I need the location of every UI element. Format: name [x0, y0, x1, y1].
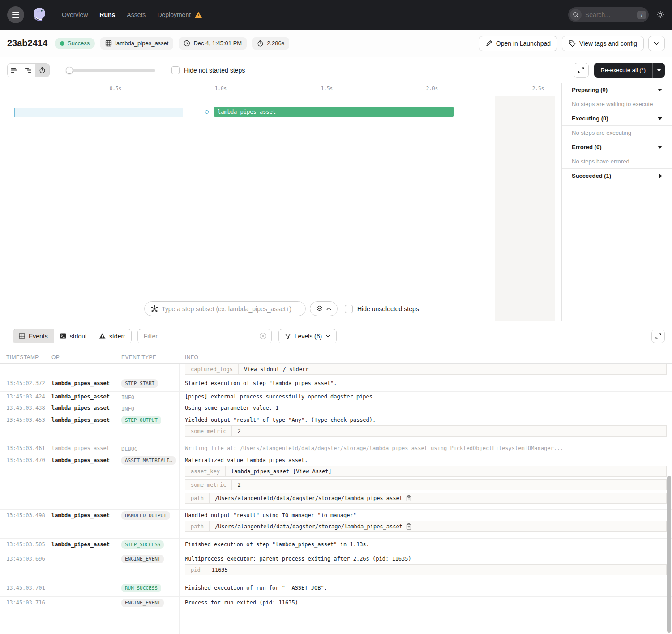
tick-label: 1.5s — [321, 86, 333, 91]
log-row[interactable]: 13:45:03.453 lambda_pipes_asset STEP_OUT… — [0, 414, 672, 443]
log-row[interactable]: 13:45:03.696 - ENGINE_EVENT Multiprocess… — [0, 553, 672, 582]
path-link[interactable]: /Users/alangenfeld/data/dagster/storage/… — [215, 523, 402, 530]
nav-runs[interactable]: Runs — [99, 11, 115, 18]
slider-thumb[interactable] — [66, 67, 73, 74]
gantt-body: 0.5s 1.0s 1.5s 2.0s 2.5s lambda_pipes_as… — [0, 83, 672, 321]
hide-not-started-label: Hide not started steps — [184, 67, 245, 74]
tab-stderr[interactable]: stderr — [93, 329, 131, 343]
timed-view-icon[interactable] — [35, 64, 49, 77]
gantt-zoom-slider[interactable] — [66, 67, 155, 74]
reexecute-options-caret[interactable] — [652, 63, 665, 78]
log-row[interactable]: 13:45:03.498 lambda_pipes_asset HANDLED_… — [0, 510, 672, 539]
terminal-icon — [60, 333, 66, 339]
stopwatch-icon — [257, 40, 264, 47]
log-row[interactable]: captured_logs View stdout / stderr — [0, 364, 672, 377]
status-dot-icon — [60, 41, 64, 46]
run-header-more-button[interactable] — [648, 36, 665, 51]
hide-unselected-checkbox[interactable] — [345, 305, 353, 313]
step-status-side-panel: Preparing (0) No steps are waiting to ex… — [562, 83, 672, 321]
gantt-view-mode-toggle — [7, 63, 50, 77]
copy-icon[interactable] — [406, 495, 411, 501]
log-row[interactable]: 13:45:02.372 lambda_pipes_asset STEP_STA… — [0, 377, 672, 392]
event-type-pill: ENGINE_EVENT — [121, 599, 164, 607]
log-row[interactable]: 13:45:03.716 - ENGINE_EVENT Process for … — [0, 597, 672, 611]
log-row[interactable]: 13:45:03.461 lambda_pipes_asset DEBUG Wr… — [0, 443, 672, 454]
log-row[interactable]: 13:45:03.505 lambda_pipes_asset STEP_SUC… — [0, 539, 672, 553]
view-tags-config-button[interactable]: View tags and config — [562, 36, 644, 51]
hamburger-menu-button[interactable] — [7, 6, 24, 23]
dagster-logo-icon[interactable] — [30, 5, 49, 25]
caret-down-icon — [658, 146, 662, 149]
preparing-empty-text: No steps are waiting to execute — [562, 97, 672, 111]
tick-label: 2.0s — [426, 86, 438, 91]
log-row[interactable]: 13:45:03.701 - RUN_SUCCESS Finished exec… — [0, 582, 672, 597]
logs-expand-button[interactable] — [651, 330, 665, 343]
nav-overview[interactable]: Overview — [62, 11, 88, 18]
metadata-entry: some_metric 2 — [185, 479, 667, 490]
levels-dropdown[interactable]: Levels (6) — [278, 329, 337, 343]
tab-events[interactable]: Events — [13, 329, 54, 343]
event-type-text: DEBUG — [121, 445, 137, 452]
vertical-scrollbar[interactable] — [667, 476, 671, 633]
asset-grid-icon — [105, 40, 112, 47]
search-input[interactable] — [582, 11, 637, 18]
errored-empty-text: No steps have errored — [562, 154, 672, 169]
event-type-pill: STEP_START — [121, 379, 158, 388]
col-info: INFO — [180, 354, 672, 360]
gantt-chart: 0.5s 1.0s 1.5s 2.0s 2.5s lambda_pipes_as… — [0, 83, 562, 321]
path-link[interactable]: /Users/alangenfeld/data/dagster/storage/… — [215, 495, 402, 501]
gantt-time-ruler: 0.5s 1.0s 1.5s 2.0s 2.5s — [0, 83, 561, 96]
tick-label: 0.5s — [110, 86, 122, 91]
caret-down-icon — [658, 117, 662, 120]
metadata-entry: some_metric 2 — [185, 425, 667, 437]
run-header: 23ab2414 Success lambda_pipes_asset Dec … — [0, 30, 672, 57]
log-table-header: TIMESTAMP OP EVENT TYPE INFO — [0, 351, 672, 364]
open-in-launchpad-button[interactable]: Open in Launchpad — [479, 36, 557, 51]
run-start-time-tag: Dec 4, 1:45:01 PM — [179, 37, 247, 50]
reexecute-all-button[interactable]: Re-execute all (*) — [594, 63, 652, 78]
log-table-filler — [0, 611, 672, 634]
settings-gear-icon[interactable] — [656, 10, 665, 19]
hide-not-started-checkbox[interactable] — [171, 66, 180, 74]
gantt-expand-button[interactable] — [574, 63, 589, 78]
flat-view-icon[interactable] — [8, 64, 21, 77]
dagster-run-page: Overview Runs Assets Deployment / — [0, 0, 672, 634]
step-subset-field[interactable] — [144, 301, 306, 316]
chevron-down-icon — [654, 42, 659, 45]
section-succeeded[interactable]: Succeeded (1) — [562, 169, 672, 183]
table-icon — [19, 333, 25, 339]
section-preparing[interactable]: Preparing (0) — [562, 83, 672, 97]
graph-query-toggle-button[interactable] — [310, 301, 338, 316]
hide-unselected-label: Hide unselected steps — [357, 305, 419, 313]
log-row[interactable]: 13:45:03.470 lambda_pipes_asset ASSET_MA… — [0, 454, 672, 510]
tag-icon — [569, 40, 576, 47]
logs-toolbar: Events stdout stderr — [0, 321, 672, 351]
event-type-text: INFO — [121, 394, 134, 401]
run-asset-tag[interactable]: lambda_pipes_asset — [100, 37, 173, 50]
global-search[interactable]: / — [568, 7, 649, 22]
view-asset-link[interactable]: [View Asset] — [293, 468, 332, 475]
log-filter-field[interactable] — [137, 329, 272, 343]
log-row[interactable]: 13:45:03.424 lambda_pipes_asset INFO [pi… — [0, 392, 672, 403]
log-row[interactable]: 13:45:03.438 lambda_pipes_asset INFO Usi… — [0, 403, 672, 414]
nav-assets[interactable]: Assets — [127, 11, 146, 18]
step-subset-input[interactable] — [162, 305, 299, 313]
col-event-type: EVENT TYPE — [116, 354, 180, 360]
run-id: 23ab2414 — [7, 38, 47, 48]
gantt-step-bar[interactable]: lambda_pipes_asset — [214, 107, 454, 117]
log-filter-input[interactable] — [144, 333, 259, 340]
nav-deployment[interactable]: Deployment — [157, 11, 191, 18]
tab-stdout[interactable]: stdout — [54, 329, 93, 343]
event-type-pill: RUN_SUCCESS — [121, 584, 161, 592]
clear-filter-icon[interactable] — [259, 332, 267, 340]
waterfall-view-icon[interactable] — [21, 64, 35, 77]
copy-icon[interactable] — [406, 523, 411, 530]
section-errored[interactable]: Errored (0) — [562, 140, 672, 154]
metadata-link[interactable]: View stdout / stderr — [244, 366, 309, 373]
metadata-entry: pid 11635 — [185, 564, 667, 575]
chevron-down-icon — [325, 334, 330, 338]
search-shortcut-key: / — [637, 11, 646, 19]
top-nav: Overview Runs Assets Deployment / — [0, 0, 672, 30]
section-executing[interactable]: Executing (0) — [562, 111, 672, 126]
gantt-plot-area: lambda_pipes_asset — [0, 96, 561, 321]
